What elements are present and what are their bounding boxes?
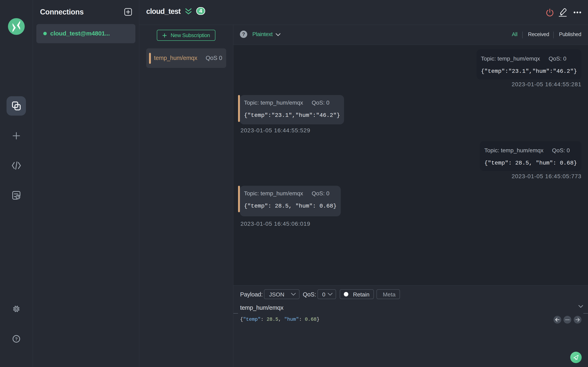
svg-text:?: ? <box>15 336 17 342</box>
